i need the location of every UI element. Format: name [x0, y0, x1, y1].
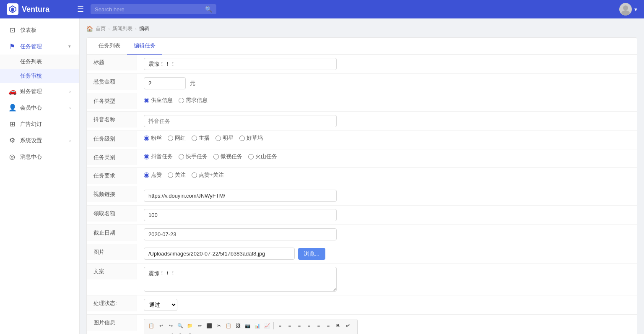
radio-task-type: 供应信息 需求信息: [144, 97, 208, 104]
hamburger-button[interactable]: ☰: [74, 3, 87, 16]
toolbar-cam-btn[interactable]: 📷: [243, 321, 252, 330]
radio-follow[interactable]: 关注: [168, 171, 186, 179]
toolbar-extra-btn[interactable]: ?: [185, 331, 195, 334]
toolbar-cut-btn[interactable]: ✂: [214, 321, 223, 330]
toolbar-open-btn[interactable]: 📁: [185, 321, 195, 330]
toolbar-align-justify[interactable]: ≡: [304, 321, 314, 330]
finance-arrow: ›: [69, 89, 71, 94]
toolbar-sub-btn[interactable]: x₂: [147, 331, 156, 334]
radio-wanghong[interactable]: 网红: [168, 134, 186, 142]
toolbar-align-center[interactable]: ≡: [285, 321, 294, 330]
value-douyin-name: [137, 112, 637, 130]
radio-anchor[interactable]: 主播: [192, 134, 210, 142]
label-image: 图片: [87, 244, 137, 260]
toolbar-find-btn[interactable]: 🔍: [176, 321, 185, 330]
label-task-level: 任务级别: [87, 131, 137, 147]
radio-goodfarm[interactable]: 好草坞: [239, 134, 263, 142]
input-video-url[interactable]: [144, 190, 337, 202]
input-deadline[interactable]: [144, 228, 337, 240]
task-mgmt-icon: ⚑: [8, 42, 16, 50]
tab-edit-task[interactable]: 编辑任务: [127, 38, 162, 55]
form-row-image: 图片 浏览...: [87, 244, 637, 264]
value-task-req: 点赞 关注 点赞+关注: [137, 168, 637, 182]
home-icon: 🏠: [86, 26, 93, 32]
sidebar-item-task-mgmt[interactable]: ⚑ 任务管理 ▾: [0, 38, 79, 55]
value-take-count: [137, 206, 637, 224]
input-copy[interactable]: 震惊！！！: [144, 267, 337, 292]
input-title[interactable]: [144, 58, 337, 70]
toolbar-help-btn[interactable]: ?: [176, 331, 185, 334]
toolbar-align-right[interactable]: ≡: [295, 321, 304, 330]
toolbar-chart-btn[interactable]: 📊: [253, 321, 262, 330]
radio-fans[interactable]: 粉丝: [144, 134, 162, 142]
messages-icon: ◎: [8, 153, 16, 161]
browse-button[interactable]: 浏览...: [298, 248, 325, 260]
input-image-path[interactable]: [144, 248, 295, 260]
sidebar-item-member[interactable]: 👤 会员中心 ›: [0, 99, 79, 116]
toolbar-copy-btn[interactable]: 📋: [147, 321, 156, 330]
radio-huoshan[interactable]: 火山任务: [248, 153, 277, 160]
toolbar-more-btn[interactable]: 📈: [262, 321, 272, 330]
toolbar-pen-btn[interactable]: ✏: [156, 331, 166, 334]
value-image-info: 📋 ↩ ↪ 🔍 📁 ✏ ⬛ ✂ 📋 🖼 📷: [137, 315, 637, 334]
form-row-task-type: 任务类型 供应信息 需求信息: [87, 93, 637, 112]
value-task-level: 粉丝 网红 主播 明星 好草坞: [137, 131, 637, 145]
form-body: 标题 悬赏金额 元 任务类型: [87, 55, 637, 334]
main-layout: ⊡ 仪表板 ⚑ 任务管理 ▾ 任务列表 任务审核 🚗 财务管理 › 👤 会员中心…: [0, 18, 644, 334]
value-status: 通过 拒绝 待审: [137, 295, 637, 314]
label-video-url: 视频链接: [87, 186, 137, 202]
toolbar-redo-btn[interactable]: ↪: [166, 321, 175, 330]
sidebar-item-task-list[interactable]: 任务列表: [0, 55, 79, 69]
radio-kuaishou[interactable]: 快手任务: [179, 153, 208, 160]
toolbar-img-btn[interactable]: 🖼: [234, 321, 243, 330]
radio-douyin[interactable]: 抖音任务: [144, 153, 173, 160]
breadcrumb-current: 编辑: [139, 25, 149, 32]
radio-demand[interactable]: 需求信息: [179, 97, 208, 104]
input-take-count[interactable]: [144, 209, 337, 221]
toolbar-sup-btn[interactable]: x²: [343, 321, 352, 330]
toolbar-list-ol[interactable]: ≡: [314, 321, 323, 330]
sidebar-label-member: 会员中心: [20, 104, 65, 112]
sidebar-item-adslide[interactable]: ⊞ 广告幻灯: [0, 116, 79, 132]
radio-star[interactable]: 明星: [216, 134, 234, 142]
radio-weishi[interactable]: 微视任务: [213, 153, 242, 160]
tab-bar: 任务列表 编辑任务: [87, 38, 637, 55]
breadcrumb-news-list[interactable]: 新闻列表: [112, 25, 132, 32]
sidebar-item-messages[interactable]: ◎ 消息中心: [0, 149, 79, 165]
toolbar-bold-main[interactable]: B: [333, 321, 343, 330]
search-icon: 🔍: [205, 6, 212, 13]
input-douyin-name[interactable]: [144, 115, 337, 127]
value-copy: 震惊！！！: [137, 264, 637, 295]
settings-icon: ⚙: [8, 136, 16, 144]
sidebar-item-finance[interactable]: 🚗 财务管理 ›: [0, 83, 79, 99]
avatar: [619, 3, 632, 16]
avatar-area[interactable]: ▾: [619, 3, 637, 16]
sidebar-label-messages: 消息中心: [20, 153, 71, 161]
toolbar-table-btn[interactable]: ⬛: [205, 321, 214, 330]
input-reward[interactable]: [144, 77, 186, 89]
toolbar-paste-btn[interactable]: 📋: [224, 321, 233, 330]
reward-unit: 元: [190, 80, 195, 87]
search-input[interactable]: [95, 6, 203, 13]
toolbar-align-left[interactable]: ≡: [275, 321, 285, 330]
breadcrumb-sep-2: ›: [135, 26, 137, 32]
sidebar-label-dashboard: 仪表板: [20, 26, 71, 34]
breadcrumb-home[interactable]: 首页: [96, 25, 106, 32]
radio-like[interactable]: 点赞: [144, 171, 162, 179]
radio-supply[interactable]: 供应信息: [144, 97, 173, 104]
sidebar-item-task-review[interactable]: 任务审核: [0, 69, 79, 83]
select-status[interactable]: 通过 拒绝 待审: [144, 299, 177, 311]
tab-task-list[interactable]: 任务列表: [92, 38, 127, 55]
radio-both[interactable]: 点赞+关注: [192, 171, 224, 179]
logo-text: Ventura: [22, 5, 49, 14]
edit-card: 任务列表 编辑任务 标题 悬赏金额 元: [86, 37, 637, 334]
label-image-info: 图片信息: [87, 315, 137, 331]
toolbar-list-ul[interactable]: ≡: [324, 321, 333, 330]
label-reward: 悬赏金额: [87, 74, 137, 90]
sidebar-item-settings[interactable]: ⚙ 系统设置 ›: [0, 132, 79, 149]
label-take-count: 领取名额: [87, 206, 137, 222]
toolbar-edit-btn[interactable]: ✏: [195, 321, 204, 330]
toolbar-brush-btn[interactable]: 🖌: [166, 331, 175, 334]
sidebar-item-dashboard[interactable]: ⊡ 仪表板: [0, 22, 79, 38]
toolbar-undo-btn[interactable]: ↩: [156, 321, 166, 330]
